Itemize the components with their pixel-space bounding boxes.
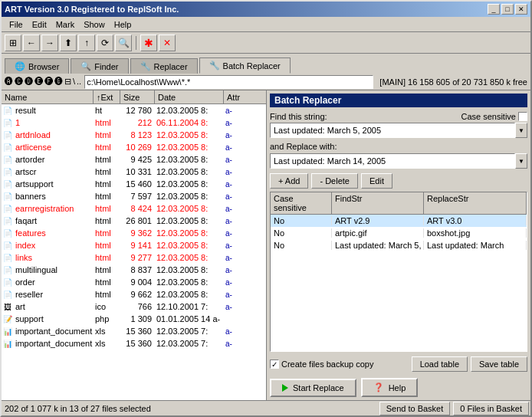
file-date: 12.03.2005 8: bbox=[155, 277, 224, 287]
file-date: 12.03.2005 8: bbox=[155, 192, 224, 201]
table-row[interactable]: 📄 order html 9 004 12.03.2005 8: a- bbox=[2, 276, 266, 288]
toolbar-btn-4[interactable]: ⬆ bbox=[60, 34, 77, 51]
find-input[interactable] bbox=[270, 123, 515, 138]
delete-button[interactable]: - Delete bbox=[311, 173, 358, 189]
col-header-name[interactable]: Name bbox=[2, 90, 94, 103]
toolbar-btn-6[interactable]: ⟳ bbox=[97, 34, 113, 51]
backup-option[interactable]: ✓ Create files backup copy bbox=[270, 360, 373, 369]
replace-table: Case sensitive FindStr ReplaceStr No ART… bbox=[270, 192, 527, 352]
menu-file[interactable]: File bbox=[5, 18, 28, 31]
find-row: Find this string: Case sensitive ▼ bbox=[270, 112, 527, 138]
table-row[interactable]: 🖼 art ico 766 12.10.2001 7: a- bbox=[2, 300, 266, 313]
address-input[interactable] bbox=[84, 75, 373, 89]
table-row[interactable]: 📄 features html 9 362 12.03.2005 8: a- bbox=[2, 227, 266, 239]
table-row[interactable]: 📄 result ht 12 780 12.03.2005 8: a- bbox=[2, 104, 266, 117]
file-name: faqart bbox=[14, 216, 94, 225]
table-row[interactable]: 📄 index html 9 141 12.03.2005 8: a- bbox=[2, 239, 266, 251]
maximize-button[interactable]: □ bbox=[501, 4, 514, 15]
replace-table-row[interactable]: No artpic.gif boxshot.jpg bbox=[271, 227, 527, 239]
start-replace-button[interactable]: Start Replace bbox=[270, 379, 356, 397]
file-ext: html bbox=[94, 228, 120, 238]
table-row[interactable]: 📄 artorder html 9 425 12.03.2005 8: a- bbox=[2, 153, 266, 166]
file-icon: 📄 bbox=[2, 129, 14, 141]
file-name: artlicense bbox=[14, 143, 94, 152]
replace-table-row[interactable]: No Last updated: March 5, 2 Last updated… bbox=[271, 239, 527, 251]
file-attr: a- bbox=[224, 254, 266, 262]
replace-table-body[interactable]: No ART v2.9 ART v3.0 No artpic.gif boxsh… bbox=[271, 215, 527, 351]
replace-table-header: Case sensitive FindStr ReplaceStr bbox=[271, 192, 527, 215]
edit-button[interactable]: Edit bbox=[361, 173, 392, 189]
tab-replacer[interactable]: 🔧 Replacer bbox=[130, 58, 198, 74]
col-header-attr[interactable]: Attr bbox=[224, 90, 266, 103]
add-button[interactable]: + Add bbox=[270, 173, 308, 189]
replace-input[interactable] bbox=[270, 153, 515, 169]
table-row[interactable]: 📄 artlicense html 10 269 12.03.2005 8: a… bbox=[2, 141, 266, 153]
case-sensitive-row: Case sensitive bbox=[461, 112, 527, 121]
table-row[interactable]: 📄 faqart html 26 801 12.03.2005 8: a- bbox=[2, 215, 266, 227]
table-row[interactable]: 📄 banners html 7 597 12.03.2005 8: a- bbox=[2, 190, 266, 202]
file-icon: 📊 bbox=[2, 337, 14, 350]
file-date: 12.03.2005 8: bbox=[155, 143, 224, 152]
file-name: order bbox=[14, 277, 94, 287]
file-list-body[interactable]: 📄 result ht 12 780 12.03.2005 8: a- 📄 1 … bbox=[2, 104, 266, 400]
file-attr: a- bbox=[224, 205, 266, 213]
file-ext: html bbox=[94, 241, 120, 250]
table-row[interactable]: 📄 artdnload html 8 123 12.03.2005 8: a- bbox=[2, 129, 266, 141]
toolbar-btn-2[interactable]: ← bbox=[23, 34, 40, 51]
table-row[interactable]: 📄 reseller html 9 662 12.03.2005 8: a- bbox=[2, 288, 266, 300]
minimize-button[interactable]: _ bbox=[488, 4, 500, 15]
table-row[interactable]: 📊 important_document xls 15 360 12.03.20… bbox=[2, 325, 266, 337]
close-button[interactable]: ✕ bbox=[515, 4, 527, 15]
file-attr: a- bbox=[224, 107, 266, 115]
table-row[interactable]: 📄 artsupport html 15 460 12.03.2005 8: a… bbox=[2, 178, 266, 190]
toolbar-btn-7[interactable]: 🔍 bbox=[115, 34, 132, 51]
replace-table-row[interactable]: No ART v2.9 ART v3.0 bbox=[271, 215, 527, 227]
table-row[interactable]: 📄 1 html 212 06.11.2004 8: a- bbox=[2, 117, 266, 129]
table-row[interactable]: 📄 earnregistration html 8 424 12.03.2005… bbox=[2, 202, 266, 215]
file-size: 15 360 bbox=[120, 339, 155, 348]
toolbar-btn-star[interactable]: ✱ bbox=[140, 34, 157, 51]
file-size: 26 801 bbox=[120, 216, 155, 225]
table-row[interactable]: 📝 support php 1 309 01.01.2005 14 a- bbox=[2, 313, 266, 325]
col-header-size[interactable]: Size bbox=[120, 90, 155, 103]
file-name: artscr bbox=[14, 167, 94, 176]
save-table-button[interactable]: Save table bbox=[471, 356, 527, 372]
table-row[interactable]: 📄 links html 9 277 12.03.2005 8: a- bbox=[2, 251, 266, 264]
table-row[interactable]: 📄 multilingual html 8 837 12.03.2005 8: … bbox=[2, 264, 266, 276]
backup-checkbox[interactable]: ✓ bbox=[270, 360, 279, 369]
replace-dropdown-btn[interactable]: ▼ bbox=[515, 153, 527, 169]
file-icon: 📄 bbox=[2, 239, 14, 251]
table-row[interactable]: 📄 artscr html 10 331 12.03.2005 8: a- bbox=[2, 166, 266, 178]
tab-batch-replacer[interactable]: 🔧 Batch Replacer bbox=[199, 57, 291, 74]
find-dropdown-btn[interactable]: ▼ bbox=[515, 123, 527, 138]
tab-browser[interactable]: 🌐 Browser bbox=[5, 58, 69, 74]
table-row[interactable]: 📊 important_document xls 15 360 12.03.20… bbox=[2, 337, 266, 350]
col-header-ext[interactable]: ↑Ext bbox=[94, 90, 120, 103]
drive-icons: 🅐🅒🅓🅔🅕🅖⊟\.. bbox=[5, 77, 81, 87]
file-ext: html bbox=[94, 265, 120, 274]
load-table-button[interactable]: Load table bbox=[412, 356, 468, 372]
toolbar-btn-5[interactable]: ↑ bbox=[78, 34, 95, 51]
file-size: 10 269 bbox=[120, 143, 155, 152]
tab-finder[interactable]: 🔍 Finder bbox=[71, 58, 128, 74]
col-header-date[interactable]: Date bbox=[155, 90, 224, 103]
toolbar-btn-3[interactable]: → bbox=[41, 34, 58, 51]
file-name: result bbox=[14, 106, 94, 115]
rt-case: No bbox=[271, 241, 332, 250]
help-icon: ❓ bbox=[373, 383, 384, 392]
help-button[interactable]: ❓ Help bbox=[361, 378, 419, 397]
menu-help[interactable]: Help bbox=[110, 18, 136, 31]
file-date: 12.03.2005 7: bbox=[155, 339, 224, 348]
menu-edit[interactable]: Edit bbox=[28, 18, 51, 31]
basket-count-button[interactable]: 0 Files in Basket bbox=[453, 402, 529, 415]
toolbar-btn-1[interactable]: ⊞ bbox=[5, 34, 21, 51]
menu-show[interactable]: Show bbox=[79, 18, 110, 31]
address-bar: 🅐🅒🅓🅔🅕🅖⊟\.. [MAIN] 16 158 605 of 20 731 8… bbox=[2, 74, 530, 90]
rt-replace: ART v3.0 bbox=[424, 216, 527, 225]
file-attr: a- bbox=[224, 119, 266, 127]
file-name: 1 bbox=[14, 118, 94, 127]
case-sensitive-checkbox[interactable] bbox=[518, 112, 527, 121]
menu-mark[interactable]: Mark bbox=[51, 18, 79, 31]
toolbar-btn-x[interactable]: ✕ bbox=[159, 34, 176, 51]
send-to-basket-button[interactable]: Send to Basket bbox=[379, 402, 451, 415]
